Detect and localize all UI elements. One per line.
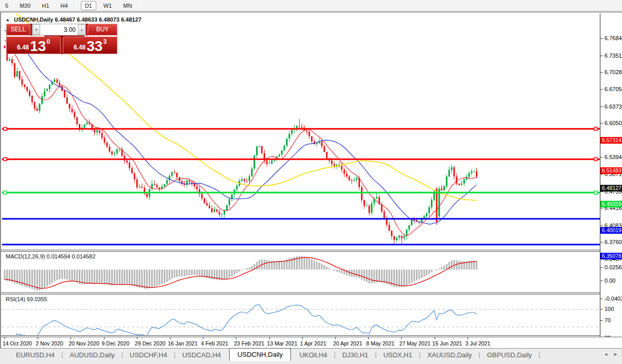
- volume-spinner: ▼ ▲: [32, 24, 86, 36]
- date-axis-label: 15 Jun 2021: [433, 340, 462, 346]
- chart-tab-usdx[interactable]: USDX,H1: [376, 350, 419, 360]
- volume-input[interactable]: [40, 24, 78, 35]
- sell-button[interactable]: SELL: [6, 24, 30, 36]
- chart-tab-dj30[interactable]: DJ30,H1: [336, 350, 375, 360]
- rsi-indicator-label: RSI(14) 59.0355: [6, 296, 47, 302]
- date-axis-label: 29 Dec 2020: [135, 340, 166, 346]
- macd-axis-label: -0.04038: [604, 296, 622, 302]
- chart-tab-audusd[interactable]: AUDUSD,Daily: [63, 350, 121, 360]
- date-axis-label: 4 Feb 2021: [201, 340, 228, 346]
- buy-price-big: 33: [87, 40, 102, 53]
- macd-axis-label: 0.025609: [604, 264, 622, 270]
- date-axis-tick: [203, 337, 203, 339]
- chart-tab-bar: EURUSD,H4|AUDUSD,Daily|USDCHF,H4|USDCAD,…: [0, 348, 622, 364]
- price-axis[interactable]: 6.768406.735156.702856.670556.637306.605…: [600, 13, 622, 337]
- date-axis-tick: [38, 337, 38, 339]
- date-axis-tick: [335, 337, 336, 339]
- moving-average-8[interactable]: [5, 40, 477, 235]
- sell-price-box[interactable]: 6.48 13 0: [6, 37, 61, 54]
- macd-axis-label: 0.00: [604, 278, 615, 284]
- rsi-axis-label: 70: [604, 317, 611, 323]
- timeframe-button-m30[interactable]: M30: [15, 1, 34, 10]
- level-price-label: 6.57314: [600, 137, 622, 144]
- buy-price-box[interactable]: 6.48 33 3: [63, 37, 117, 54]
- chart-ohlc-values: 6.48467 6.48633 6.48073 6.48127: [55, 16, 141, 23]
- date-axis-label: 23 Feb 2021: [234, 340, 264, 346]
- trade-panel-top-row: SELL ▼ ▲ BUY: [6, 24, 117, 36]
- rsi-pane-canvas[interactable]: [2, 295, 600, 335]
- chart-tab-gbpusd[interactable]: GBPUSD,Daily: [480, 350, 539, 360]
- chart-tabs: EURUSD,H4|AUDUSD,Daily|USDCHF,H4|USDCAD,…: [9, 349, 540, 361]
- tab-scroll-left-icon[interactable]: ◄: [603, 352, 608, 357]
- price-axis-tick: 6.60500: [604, 120, 622, 126]
- date-axis-tick: [137, 337, 137, 339]
- pane-separator[interactable]: [1, 250, 622, 252]
- collapse-trade-panel-icon[interactable]: ▲: [6, 18, 10, 22]
- buy-price-prefix: 6.48: [74, 44, 85, 51]
- toolbar-separator: [140, 2, 141, 10]
- sell-price-prefix: 6.48: [17, 44, 29, 51]
- date-axis-label: 16 Jan 2021: [168, 340, 198, 346]
- level-price-label: 6.40019: [600, 227, 622, 234]
- sell-underline: [6, 36, 44, 37]
- current-price-label: 6.48127: [600, 185, 622, 192]
- date-axis-tick: [5, 337, 5, 339]
- date-axis-tick: [368, 337, 369, 339]
- timeframe-button-mn[interactable]: MN: [119, 1, 136, 10]
- chart-header: ▲ USDCNH,Daily 6.48467 6.48633 6.48073 6…: [6, 16, 142, 23]
- price-axis-tick: 6.73515: [604, 53, 622, 59]
- triangle-up-icon: ▲: [80, 28, 83, 31]
- date-axis-tick: [435, 337, 435, 339]
- chart-tab-ukoil[interactable]: UKOil,H4: [292, 350, 334, 360]
- buy-button[interactable]: BUY: [88, 24, 117, 36]
- date-axis-label: 3 Jul 2021: [465, 340, 490, 346]
- timeframe-button-h1[interactable]: H1: [38, 1, 54, 10]
- date-axis-label: 27 May 2021: [399, 340, 430, 346]
- chart-tab-usdcnh[interactable]: USDCNH,Daily: [229, 348, 291, 361]
- price-axis-tick: 6.67055: [604, 86, 622, 92]
- rsi-axis-label: 30: [604, 335, 611, 337]
- price-axis-tick: 6.76840: [604, 35, 622, 41]
- date-axis-tick: [71, 337, 71, 339]
- chart-tab-usdchf[interactable]: USDCHF,H4: [123, 350, 174, 360]
- tab-scroll-right-icon[interactable]: ►: [613, 352, 618, 357]
- price-axis-tick: 6.70285: [604, 69, 622, 75]
- timeframe-button-w1[interactable]: W1: [99, 1, 116, 10]
- date-axis-tick: [104, 337, 105, 339]
- chart-tab-eurusd[interactable]: EURUSD,H4: [9, 350, 61, 360]
- timeframe-button-h4[interactable]: H4: [57, 1, 72, 10]
- price-axis-tick: 6.63730: [604, 103, 622, 110]
- date-axis-tick: [236, 337, 236, 339]
- date-axis-tick: [468, 337, 468, 339]
- level-price-label: 6.51483: [600, 167, 622, 174]
- date-axis-tick: [269, 337, 270, 339]
- date-axis-tick: [302, 337, 303, 339]
- volume-decrease-button[interactable]: ▼: [32, 24, 40, 35]
- chart-tab-usdcad[interactable]: USDCAD,H4: [176, 350, 228, 360]
- date-axis-label: 20 Apr 2021: [333, 340, 362, 346]
- date-axis-label: 2 Nov 2020: [36, 340, 63, 346]
- one-click-trading-panel: SELL ▼ ▲ BUY 6.48 13 0: [6, 24, 117, 54]
- date-axis-label: 9 Dec 2020: [102, 340, 130, 346]
- tab-divider: |: [539, 351, 540, 358]
- date-axis-tick: [170, 337, 170, 339]
- chart-window: ▲ USDCNH,Daily 6.48467 6.48633 6.48073 6…: [0, 12, 622, 348]
- chart-tab-xauusd[interactable]: XAUUSD,Daily: [421, 350, 479, 360]
- tab-scroll-arrows: ◄ ►: [603, 352, 618, 357]
- level-price-label: 6.45059: [600, 201, 622, 207]
- buy-underline: [84, 36, 117, 37]
- pane-separator[interactable]: [1, 292, 622, 294]
- timeframe-button-5[interactable]: 5: [1, 1, 12, 10]
- date-axis-label: 1 Apr 2021: [300, 340, 326, 346]
- date-axis[interactable]: 14 Oct 20202 Nov 202020 Nov 20209 Dec 20…: [2, 337, 600, 349]
- macd-indicator-label: MACD(12,26,9) 0.014594 0.014582: [6, 253, 95, 259]
- timeframe-button-d1[interactable]: D1: [81, 1, 96, 10]
- price-axis-tick: 6.53945: [604, 154, 622, 160]
- triangle-down-icon: ▼: [35, 28, 38, 31]
- chart-title: USDCNH,Daily: [14, 16, 53, 23]
- timeframe-toolbar: 5M30H1H4D1W1MN: [0, 0, 622, 11]
- date-axis-tick: [401, 337, 402, 339]
- volume-increase-button[interactable]: ▲: [78, 24, 85, 35]
- date-axis-label: 13 Mar 2021: [267, 340, 298, 346]
- buy-price-sup: 3: [103, 38, 107, 45]
